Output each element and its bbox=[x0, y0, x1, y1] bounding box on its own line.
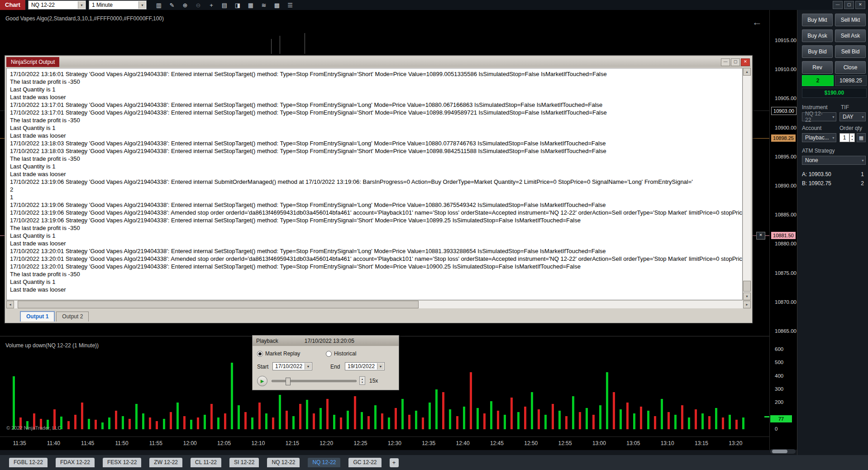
hscroll-thumb[interactable] bbox=[18, 301, 419, 308]
buy-ask-button[interactable]: Buy Ask bbox=[802, 29, 833, 42]
start-date-select[interactable]: 17/10/2022 ▼ bbox=[272, 362, 312, 370]
instrument-tab-gc-12-22[interactable]: GC 12-22 bbox=[348, 458, 381, 467]
output-window-titlebar[interactable]: NinjaScript Output — ▢ ✕ bbox=[6, 57, 751, 67]
vscroll-thumb[interactable] bbox=[743, 281, 751, 292]
order-qty-input[interactable]: 1 bbox=[839, 133, 849, 142]
rev-button[interactable]: Rev bbox=[802, 61, 833, 74]
new-window-icon[interactable]: ▤ bbox=[219, 0, 229, 10]
time-axis[interactable]: 11:3511:4011:4511:5011:5512:0012:0512:10… bbox=[0, 436, 769, 450]
instrument-tab-nq-12-22[interactable]: NQ 12-22 bbox=[267, 458, 300, 467]
playback-titlebar[interactable]: Playback 17/10/2022 13:20:05 bbox=[253, 336, 399, 346]
output-log[interactable]: 17/10/2022 13:16:01 Strategy 'Good Vapes… bbox=[6, 68, 743, 300]
atm-strategy-select[interactable]: None ▼ bbox=[802, 156, 866, 165]
log-line: 17/10/2022 13:19:06 Strategy 'Good Vapes… bbox=[10, 209, 739, 216]
volume-bar bbox=[552, 404, 554, 429]
time-axis-label: 12:15 bbox=[286, 440, 299, 446]
volume-bar bbox=[442, 392, 444, 429]
instrument-tab-nq-12-22[interactable]: NQ 12-22 bbox=[308, 458, 340, 467]
speed-stepper[interactable]: ▲ ▼ bbox=[359, 376, 365, 385]
spin-down-icon[interactable]: ▼ bbox=[361, 381, 363, 384]
axis-scrollbar[interactable] bbox=[770, 449, 796, 454]
spin-down-icon[interactable]: ▼ bbox=[851, 138, 854, 141]
instrument-tab-fgbl-12-22[interactable]: FGBL 12-22 bbox=[9, 458, 48, 467]
close-button[interactable]: ✕ bbox=[855, 1, 865, 9]
properties-icon[interactable]: ☰ bbox=[285, 0, 295, 10]
hscroll-track[interactable] bbox=[14, 301, 743, 308]
panel-instrument-value: NQ 12-22 bbox=[805, 110, 829, 123]
vscroll-track[interactable] bbox=[743, 76, 751, 293]
chart-style-icon[interactable]: ▥ bbox=[154, 0, 164, 10]
scroll-right-icon[interactable]: ► bbox=[743, 301, 751, 308]
close-position-button[interactable]: ✕ bbox=[756, 232, 765, 240]
buy-mkt-button[interactable]: Buy Mkt bbox=[802, 14, 833, 26]
spin-up-icon[interactable]: ▲ bbox=[361, 378, 363, 380]
qty-preset-grid-button[interactable]: ▦ bbox=[857, 133, 866, 142]
volume-axis-label: 600 bbox=[775, 346, 783, 352]
log-line: 17/10/2022 13:19:06 Strategy 'Good Vapes… bbox=[10, 201, 739, 209]
volume-bar bbox=[204, 415, 206, 429]
panel-instrument-select[interactable]: NQ 12-22 ▼ bbox=[802, 112, 836, 121]
end-date-select[interactable]: 19/10/2022 ▼ bbox=[345, 362, 385, 370]
volume-bar bbox=[313, 413, 315, 429]
ninjatrader-chart-window: Chart NQ 12-22 ▼ 1 Minute ▼ ▥✎⊕⊖+▤◨▦≋▩☰ … bbox=[0, 0, 868, 470]
indicators-icon[interactable]: ≋ bbox=[259, 0, 269, 10]
scroll-up-icon[interactable]: ▲ bbox=[743, 68, 751, 76]
volume-bar bbox=[715, 408, 717, 429]
scroll-down-icon[interactable]: ▼ bbox=[743, 293, 751, 300]
output-tab-2[interactable]: Output 2 bbox=[56, 312, 89, 321]
crosshair-icon[interactable]: + bbox=[206, 0, 216, 10]
instrument-tab-cl-11-22[interactable]: CL 11-22 bbox=[191, 458, 221, 467]
sell-ask-button[interactable]: Sell Ask bbox=[835, 29, 866, 42]
output-minimize-button[interactable]: — bbox=[721, 58, 730, 66]
volume-bar bbox=[156, 421, 158, 429]
scroll-back-arrow-icon[interactable]: ← bbox=[752, 16, 762, 28]
minimize-button[interactable]: — bbox=[833, 1, 843, 9]
volume-bar bbox=[449, 409, 451, 429]
log-line: The last trade profit is -350 bbox=[10, 155, 739, 163]
output-horizontal-scrollbar[interactable]: ◄ ► bbox=[6, 301, 751, 308]
output-restore-button[interactable]: ▢ bbox=[731, 58, 740, 66]
order-qty-stepper[interactable]: ▲ ▼ bbox=[849, 133, 855, 142]
chart-trader-icon[interactable]: ◨ bbox=[233, 0, 243, 10]
time-axis-label: 13:15 bbox=[695, 440, 708, 446]
zoom-in-icon[interactable]: ⊕ bbox=[180, 0, 190, 10]
strategies-icon[interactable]: ▩ bbox=[272, 0, 282, 10]
candle-wick bbox=[305, 33, 305, 54]
historical-radio[interactable]: Historical bbox=[326, 350, 356, 357]
sell-mkt-button[interactable]: Sell Mkt bbox=[835, 14, 866, 26]
speed-slider-handle[interactable] bbox=[286, 378, 291, 385]
axis-scrollbar-thumb[interactable] bbox=[772, 450, 787, 453]
buy-bid-button[interactable]: Buy Bid bbox=[802, 45, 833, 58]
instrument-tab-fesx-12-22[interactable]: FESX 12-22 bbox=[103, 458, 141, 467]
volume-bar bbox=[374, 405, 377, 429]
output-vertical-scrollbar[interactable]: ▲ ▼ bbox=[743, 68, 751, 300]
zoom-out-icon[interactable]: ⊖ bbox=[193, 0, 203, 10]
scroll-left-icon[interactable]: ◄ bbox=[6, 301, 14, 308]
account-select[interactable]: Playbac... ▼ bbox=[802, 133, 836, 142]
log-line: 17/10/2022 13:20:01 Strategy 'Good Vapes… bbox=[10, 263, 739, 270]
volume-bar bbox=[435, 389, 438, 429]
instrument-select[interactable]: NQ 12-22 ▼ bbox=[28, 0, 86, 10]
close-button[interactable]: Close bbox=[835, 61, 866, 74]
speed-slider[interactable] bbox=[272, 380, 357, 382]
volume-bar bbox=[477, 408, 479, 429]
sell-bid-button[interactable]: Sell Bid bbox=[835, 45, 866, 58]
output-close-button[interactable]: ✕ bbox=[741, 58, 750, 66]
volume-bar bbox=[586, 408, 588, 429]
restore-button[interactable]: ▢ bbox=[844, 1, 854, 9]
play-button[interactable]: ▶ bbox=[257, 376, 267, 386]
instrument-tab-fdax-12-22[interactable]: FDAX 12-22 bbox=[56, 458, 95, 467]
draw-tool-icon[interactable]: ✎ bbox=[167, 0, 177, 10]
price-axis[interactable]: 10915.0010910.0010905.0010900.0010895.00… bbox=[769, 10, 797, 450]
time-axis-label: 13:05 bbox=[626, 440, 640, 446]
volume-axis-label: 500 bbox=[775, 360, 783, 365]
instrument-tab-zw-12-22[interactable]: ZW 12-22 bbox=[149, 458, 182, 467]
add-tab-button[interactable]: + bbox=[390, 458, 399, 467]
interval-select[interactable]: 1 Minute ▼ bbox=[89, 0, 147, 10]
instrument-tab-si-12-22[interactable]: SI 12-22 bbox=[229, 458, 259, 467]
data-series-icon[interactable]: ▦ bbox=[246, 0, 256, 10]
output-tab-1[interactable]: Output 1 bbox=[20, 311, 55, 321]
market-replay-radio[interactable]: Market Replay bbox=[257, 350, 300, 357]
spin-up-icon[interactable]: ▲ bbox=[851, 134, 854, 137]
tif-select[interactable]: DAY ▼ bbox=[839, 112, 866, 121]
